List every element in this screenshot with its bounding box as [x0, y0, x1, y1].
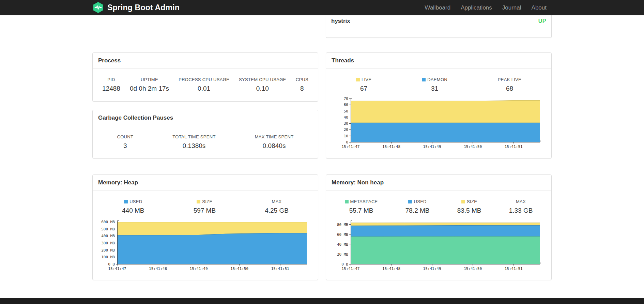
svg-text:400 MB: 400 MB — [101, 234, 115, 238]
main-content: hystrix UP Process PID 12488 UPTIME 0d 0… — [92, 15, 552, 280]
svg-text:40: 40 — [344, 115, 348, 120]
nav-links: Wallboard Applications Journal About — [419, 0, 552, 15]
applications-panel: hystrix UP — [326, 15, 552, 38]
application-row-hystrix[interactable]: hystrix UP — [326, 15, 551, 28]
svg-text:15:41:51: 15:41:51 — [505, 267, 523, 271]
svg-text:20 MB: 20 MB — [337, 252, 348, 257]
gc-stats: COUNT 3 TOTAL TIME SPENT 0.1380s MAX TIM… — [93, 126, 318, 150]
svg-text:15:41:49: 15:41:49 — [423, 145, 441, 149]
stat-gc-max-time: MAX TIME SPENT 0.0840s — [255, 134, 294, 150]
brand-title: Spring Boot Admin — [107, 3, 180, 12]
stat-threads-daemon: DAEMON 31 — [422, 77, 447, 92]
gc-panel: Garbage Collection Pauses COUNT 3 TOTAL … — [92, 110, 318, 158]
svg-text:15:41:47: 15:41:47 — [108, 267, 126, 271]
navbar: Spring Boot Admin Wallboard Applications… — [0, 0, 644, 15]
nonheap-size-legend-swatch — [461, 200, 465, 203]
nav-item-about[interactable]: About — [526, 0, 552, 15]
svg-text:15:41:50: 15:41:50 — [230, 267, 248, 271]
nav-item-wallboard[interactable]: Wallboard — [419, 0, 456, 15]
threads-panel-title: Threads — [326, 53, 551, 69]
process-stats: PID 12488 UPTIME 0d 0h 2m 17s PROCESS CP… — [93, 69, 318, 92]
stat-threads-live: LIVE 67 — [356, 77, 371, 92]
stat-uptime: UPTIME 0d 0h 2m 17s — [130, 77, 169, 92]
svg-text:15:41:51: 15:41:51 — [271, 267, 289, 271]
application-status-badge: UP — [538, 18, 546, 24]
svg-text:40 MB: 40 MB — [337, 242, 348, 247]
memory-nonheap-panel-title: Memory: Non heap — [326, 175, 551, 191]
process-panel: Process PID 12488 UPTIME 0d 0h 2m 17s PR… — [92, 52, 318, 102]
stat-heap-max: MAX 4.25 GB — [265, 199, 289, 214]
svg-text:80 MB: 80 MB — [337, 223, 348, 227]
navbar-inner: Spring Boot Admin Wallboard Applications… — [92, 0, 552, 15]
svg-text:30: 30 — [344, 121, 348, 126]
svg-text:0 B: 0 B — [341, 262, 348, 267]
heap-size-legend-swatch — [197, 200, 200, 203]
svg-text:15:41:48: 15:41:48 — [149, 267, 167, 271]
svg-text:15:41:47: 15:41:47 — [342, 267, 360, 271]
brand-link[interactable]: Spring Boot Admin — [92, 2, 180, 13]
stat-threads-peak-live: PEAK LIVE 68 — [498, 77, 521, 92]
heap-used-legend-swatch — [124, 200, 128, 203]
svg-text:15:41:49: 15:41:49 — [190, 267, 208, 271]
stat-gc-count: COUNT 3 — [117, 134, 134, 150]
stat-nonheap-size: SIZE 83.5 MB — [457, 199, 481, 214]
stat-cpus: CPUS 8 — [296, 77, 308, 92]
svg-text:300 MB: 300 MB — [101, 241, 115, 245]
svg-text:100 MB: 100 MB — [101, 255, 115, 259]
process-panel-title: Process — [93, 53, 318, 69]
svg-text:70: 70 — [344, 96, 348, 101]
svg-text:60 MB: 60 MB — [337, 232, 348, 237]
nonheap-used-legend-swatch — [408, 200, 412, 203]
stat-nonheap-max: MAX 1.33 GB — [509, 199, 533, 214]
application-name: hystrix — [331, 18, 350, 25]
memory-heap-chart: 0 B100 MB200 MB300 MB400 MB500 MB600 MB1… — [93, 214, 318, 274]
svg-text:0 B: 0 B — [108, 262, 115, 267]
svg-text:600 MB: 600 MB — [101, 220, 115, 224]
stat-pid: PID 12488 — [102, 77, 120, 92]
memory-heap-panel: Memory: Heap USED 440 MB SIZE — [92, 174, 318, 280]
memory-nonheap-stats: METASPACE 55.7 MB USED 78.2 MB — [326, 191, 551, 214]
svg-text:200 MB: 200 MB — [101, 248, 115, 253]
metaspace-legend-swatch — [345, 200, 349, 203]
svg-text:10: 10 — [344, 134, 348, 138]
memory-heap-stats: USED 440 MB SIZE 597 MB MAX 4.25 GB — [93, 191, 318, 214]
svg-text:15:41:50: 15:41:50 — [464, 267, 482, 271]
stat-process-cpu-usage: PROCESS CPU USAGE 0.01 — [179, 77, 229, 92]
stat-nonheap-used: USED 78.2 MB — [405, 199, 430, 214]
stat-gc-total-time: TOTAL TIME SPENT 0.1380s — [172, 134, 215, 150]
svg-text:15:41:47: 15:41:47 — [342, 145, 360, 149]
spacer-col — [92, 15, 318, 38]
svg-text:20: 20 — [344, 127, 348, 132]
nav-item-journal[interactable]: Journal — [497, 0, 526, 15]
row-process-threads: Process PID 12488 UPTIME 0d 0h 2m 17s PR… — [92, 52, 552, 158]
svg-text:15:41:48: 15:41:48 — [382, 267, 400, 271]
svg-text:15:41:51: 15:41:51 — [505, 145, 523, 149]
svg-text:50: 50 — [344, 109, 348, 113]
threads-chart: 01020304050607015:41:4715:41:4815:41:491… — [326, 92, 551, 152]
daemon-legend-swatch — [422, 78, 426, 81]
row-applications: hystrix UP — [92, 15, 552, 38]
memory-nonheap-chart: 0 B20 MB40 MB60 MB80 MB15:41:4715:41:481… — [326, 214, 551, 274]
svg-text:60: 60 — [344, 103, 348, 107]
bottom-bar — [0, 298, 644, 304]
memory-nonheap-panel: Memory: Non heap METASPACE 55.7 MB USED — [326, 174, 552, 280]
nav-item-applications[interactable]: Applications — [456, 0, 497, 15]
live-legend-swatch — [356, 78, 360, 81]
svg-text:500 MB: 500 MB — [101, 227, 115, 231]
row-memory: Memory: Heap USED 440 MB SIZE — [92, 174, 552, 280]
svg-text:15:41:48: 15:41:48 — [382, 145, 400, 149]
stat-heap-used: USED 440 MB — [122, 199, 144, 214]
threads-stats: LIVE 67 DAEMON 31 PEAK LIVE 68 — [326, 69, 551, 92]
spring-boot-admin-logo-icon — [92, 2, 104, 13]
stat-nonheap-metaspace: METASPACE 55.7 MB — [345, 199, 378, 214]
svg-text:15:41:49: 15:41:49 — [423, 267, 441, 271]
memory-heap-panel-title: Memory: Heap — [93, 175, 318, 191]
stat-heap-size: SIZE 597 MB — [194, 199, 216, 214]
svg-text:15:41:50: 15:41:50 — [464, 145, 482, 149]
threads-panel: Threads LIVE 67 DAEMON 3 — [326, 52, 552, 158]
stat-system-cpu-usage: SYSTEM CPU USAGE 0.10 — [239, 77, 286, 92]
gc-panel-title: Garbage Collection Pauses — [93, 110, 318, 126]
svg-text:0: 0 — [346, 140, 348, 145]
